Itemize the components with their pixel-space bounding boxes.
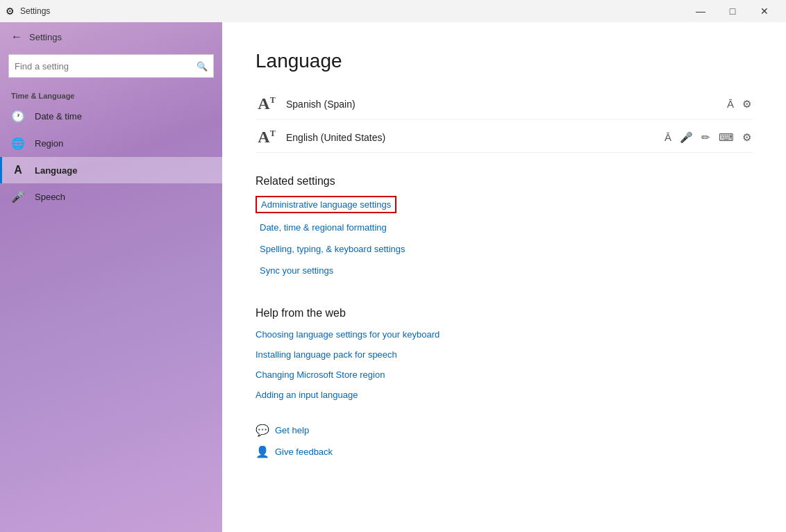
english-keyboard-icon[interactable]: ⌨ xyxy=(717,130,735,145)
admin-lang-link-container: Administrative language settings xyxy=(256,196,753,220)
back-button[interactable]: ← Settings xyxy=(0,22,222,51)
main-content: Language AT Spanish (Spain) Ā ⚙ AT Engli… xyxy=(222,22,786,532)
footer-actions: 💬 Get help 👤 Give feedback xyxy=(256,424,753,458)
english-lang-name: English (United States) xyxy=(286,132,385,143)
sync-link-container: Sync your settings xyxy=(256,263,753,285)
english-lang-actions: Ā 🎤 ✏ ⌨ ⚙ xyxy=(663,130,753,145)
english-font-icon[interactable]: Ā xyxy=(663,130,673,144)
keyboard-lang-link[interactable]: Choosing language settings for your keyb… xyxy=(256,328,753,341)
search-box[interactable]: 🔍 xyxy=(8,54,214,78)
get-help-link[interactable]: 💬 Get help xyxy=(256,424,753,437)
sidebar: ← Settings 🔍 Time & Language 🕐 Date & ti… xyxy=(0,22,222,532)
english-pen-icon[interactable]: ✏ xyxy=(700,130,712,145)
sidebar-item-date-time[interactable]: 🕐 Date & time xyxy=(0,103,222,130)
app-body: ← Settings 🔍 Time & Language 🕐 Date & ti… xyxy=(0,22,786,532)
language-item-english: AT English (United States) Ā 🎤 ✏ ⌨ ⚙ xyxy=(256,122,753,153)
spanish-font-icon[interactable]: Ā xyxy=(726,97,735,111)
ms-region-link[interactable]: Changing Microsoft Store region xyxy=(256,368,753,381)
help-section-heading: Help from the web xyxy=(256,307,753,319)
maximize-button[interactable]: □ xyxy=(717,0,749,22)
sidebar-item-label-language: Language xyxy=(35,165,77,176)
give-feedback-link[interactable]: 👤 Give feedback xyxy=(256,445,753,458)
related-settings-heading: Related settings xyxy=(256,175,753,188)
date-time-icon: 🕐 xyxy=(11,110,25,123)
title-bar: ⚙ Settings — □ ✕ xyxy=(0,0,786,22)
minimize-button[interactable]: — xyxy=(685,0,717,22)
language-item-left-spanish: AT Spanish (Spain) xyxy=(256,94,356,113)
page-title: Language xyxy=(256,50,753,72)
sidebar-section-label: Time & Language xyxy=(0,86,222,103)
english-settings-icon[interactable]: ⚙ xyxy=(741,130,753,145)
app-icon: ⚙ xyxy=(6,6,15,17)
sidebar-item-region[interactable]: 🌐 Region xyxy=(0,130,222,157)
title-bar-left: ⚙ Settings xyxy=(6,6,50,17)
spanish-settings-icon[interactable]: ⚙ xyxy=(741,97,753,112)
search-icon: 🔍 xyxy=(196,61,208,72)
input-lang-link[interactable]: Adding an input language xyxy=(256,388,753,401)
sidebar-item-label-speech: Speech xyxy=(35,192,65,202)
sidebar-item-label-region: Region xyxy=(35,138,63,149)
sync-link[interactable]: Sync your settings xyxy=(256,263,337,278)
spanish-lang-actions: Ā ⚙ xyxy=(726,97,753,112)
date-regional-link-container: Date, time & regional formatting xyxy=(256,220,753,242)
title-bar-title: Settings xyxy=(20,6,50,16)
search-input[interactable] xyxy=(15,61,196,72)
spanish-lang-name: Spanish (Spain) xyxy=(286,99,356,110)
give-feedback-icon: 👤 xyxy=(256,445,269,458)
title-bar-controls: — □ ✕ xyxy=(685,0,780,22)
get-help-label: Get help xyxy=(275,425,309,435)
english-mic-icon[interactable]: 🎤 xyxy=(678,130,694,145)
language-icon: A xyxy=(11,164,25,176)
sidebar-item-language[interactable]: A Language xyxy=(0,157,222,183)
language-item-left-english: AT English (United States) xyxy=(256,128,385,147)
sidebar-back-label: Settings xyxy=(29,32,62,42)
speech-icon: 🎤 xyxy=(11,190,25,203)
sidebar-item-label-date-time: Date & time xyxy=(35,111,82,122)
region-icon: 🌐 xyxy=(11,137,25,150)
lang-pack-link[interactable]: Installing language pack for speech xyxy=(256,348,753,361)
language-item-spanish: AT Spanish (Spain) Ā ⚙ xyxy=(256,89,753,119)
spelling-link[interactable]: Spelling, typing, & keyboard settings xyxy=(256,242,410,256)
admin-lang-settings-link[interactable]: Administrative language settings xyxy=(256,196,396,213)
english-lang-icon: AT xyxy=(256,128,278,147)
date-regional-link[interactable]: Date, time & regional formatting xyxy=(256,220,391,235)
back-icon: ← xyxy=(11,31,22,43)
give-feedback-label: Give feedback xyxy=(275,447,333,457)
get-help-icon: 💬 xyxy=(256,424,269,437)
spanish-lang-icon: AT xyxy=(256,94,278,113)
sidebar-item-speech[interactable]: 🎤 Speech xyxy=(0,183,222,210)
close-button[interactable]: ✕ xyxy=(749,0,780,22)
spelling-link-container: Spelling, typing, & keyboard settings xyxy=(256,242,753,263)
